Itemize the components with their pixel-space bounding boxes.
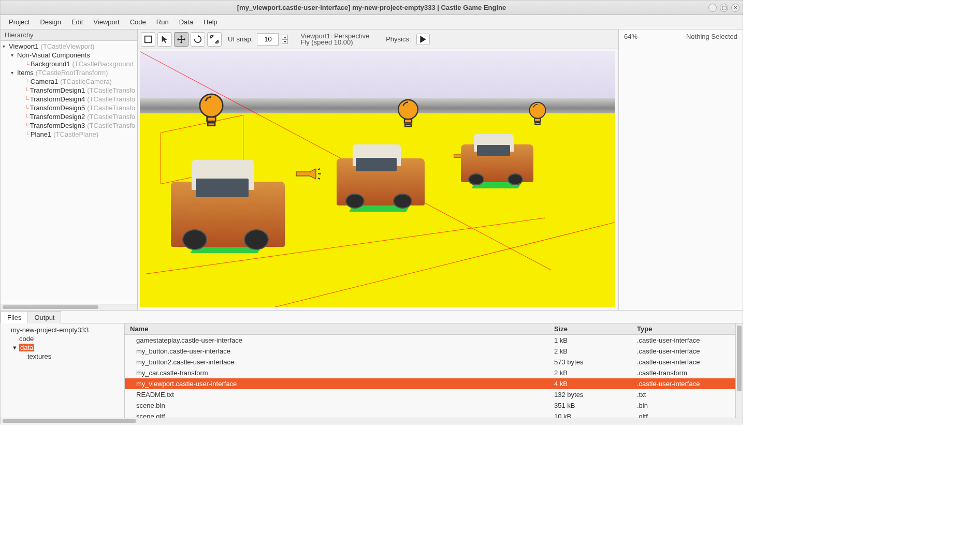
svg-rect-3 [208, 123, 215, 126]
titlebar: [my_viewport.castle-user-interface] my-n… [1, 1, 743, 15]
car-model [461, 134, 533, 188]
ui-snap-label: UI snap: [228, 35, 253, 43]
file-row[interactable]: gamestateplay.castle-user-interface1 kB.… [125, 335, 735, 346]
menu-design[interactable]: Design [35, 16, 66, 28]
svg-point-4 [398, 100, 418, 120]
svg-rect-0 [145, 36, 152, 42]
file-row[interactable]: scene.gltf10 kB.gltf [125, 411, 735, 418]
minimize-button[interactable]: – [708, 4, 717, 12]
hierarchy-item[interactable]: └Background1(TCastleBackground [1, 60, 137, 68]
col-size[interactable]: Size [549, 323, 632, 334]
hierarchy-title: Hierarchy [1, 30, 137, 41]
file-row[interactable]: my_car.castle-transform2 kB.castle-trans… [125, 367, 735, 378]
inspector-panel: 64% Nothing Selected [618, 30, 743, 310]
svg-rect-8 [534, 119, 541, 122]
svg-rect-9 [535, 123, 540, 125]
project-tree-item[interactable]: textures [3, 352, 122, 361]
selection-status: Nothing Selected [686, 33, 737, 40]
hierarchy-item[interactable]: └TransformDesign2(TCastleTransfo [1, 112, 137, 121]
file-list-header[interactable]: Name Size Type [125, 323, 735, 335]
col-name[interactable]: Name [125, 323, 549, 334]
viewport-info: Viewport1: Perspective Fly (speed 10.00) [300, 33, 369, 46]
physics-play-button[interactable] [416, 34, 430, 45]
light-bulb-icon [396, 98, 421, 130]
hierarchy-item[interactable]: ▾Viewport1(TCastleViewport) [1, 42, 137, 51]
hierarchy-item[interactable]: └TransformDesign1(TCastleTransfo [1, 86, 137, 95]
menu-run[interactable]: Run [151, 16, 174, 28]
hierarchy-panel: Hierarchy ▾Viewport1(TCastleViewport)▾No… [1, 30, 138, 310]
menu-data[interactable]: Data [174, 16, 198, 28]
tab-output[interactable]: Output [27, 311, 61, 323]
hierarchy-item[interactable]: └TransformDesign5(TCastleTransfo [1, 104, 137, 112]
file-row[interactable]: scene.bin351 kB.bin [125, 400, 735, 411]
hierarchy-hscroll[interactable] [1, 304, 137, 310]
hierarchy-item[interactable]: ▾Items(TCastleRootTransform) [1, 68, 137, 77]
file-row[interactable]: README.txt132 bytes.txt [125, 389, 735, 400]
menubar: Project Design Edit Viewport Code Run Da… [1, 15, 743, 30]
bottom-tabs: Files Output [1, 311, 743, 323]
app-window: [my_viewport.castle-user-interface] my-n… [0, 0, 743, 424]
svg-point-1 [200, 94, 223, 117]
viewport-toolbar: UI snap: ▲▼ Viewport1: Perspective Fly (… [138, 30, 618, 49]
window-title: [my_viewport.castle-user-interface] my-n… [237, 4, 506, 11]
ui-snap-input[interactable] [257, 33, 279, 46]
ui-snap-spinner[interactable]: ▲▼ [282, 35, 288, 44]
project-tree-item[interactable]: code [3, 334, 122, 343]
hierarchy-item[interactable]: ▾Non-Visual Components [1, 51, 137, 60]
menu-code[interactable]: Code [125, 16, 151, 28]
tool-move-button[interactable] [174, 32, 189, 47]
svg-rect-5 [404, 119, 412, 123]
hierarchy-item[interactable]: └Camera1(TCastleCamera) [1, 77, 137, 86]
hierarchy-item[interactable]: └TransformDesign3(TCastleTransfo [1, 121, 137, 130]
car-model [171, 160, 285, 253]
hierarchy-item[interactable]: └Plane1(TCastlePlane) [1, 130, 137, 139]
tool-rotate-button[interactable] [191, 32, 205, 47]
tool-rect-button[interactable] [141, 32, 155, 47]
viewport-3d[interactable] [140, 51, 615, 307]
file-row[interactable]: my_button2.castle-user-interface573 byte… [125, 357, 735, 367]
bottom-panel: Files Output my-new-project-empty333code… [1, 310, 743, 424]
zoom-percent: 64% [624, 33, 637, 40]
hierarchy-tree[interactable]: ▾Viewport1(TCastleViewport)▾Non-Visual C… [1, 41, 137, 304]
spinner-up-icon[interactable]: ▲ [282, 35, 288, 39]
tool-select-button[interactable] [157, 32, 172, 47]
menu-edit[interactable]: Edit [66, 16, 88, 28]
viewport-info-line2: Fly (speed 10.00) [300, 39, 369, 46]
svg-rect-2 [207, 117, 216, 121]
file-list-vscroll[interactable] [735, 323, 743, 418]
light-bulb-icon [527, 101, 547, 127]
hierarchy-item[interactable]: └TransformDesign4(TCastleTransfo [1, 95, 137, 104]
menu-project[interactable]: Project [4, 16, 35, 28]
car-model [337, 144, 425, 212]
file-row[interactable]: my_viewport.castle-user-interface4 kB.ca… [125, 378, 735, 389]
tool-scale-button[interactable] [207, 32, 222, 47]
project-tree-item[interactable]: ▾data [3, 343, 122, 352]
close-button[interactable]: ✕ [731, 4, 740, 12]
menu-help[interactable]: Help [198, 16, 223, 28]
project-tree[interactable]: my-new-project-empty333code▾datatextures [1, 323, 125, 418]
physics-label: Physics: [386, 35, 411, 43]
maximize-button[interactable]: ▢ [720, 4, 728, 12]
menu-viewport[interactable]: Viewport [88, 16, 124, 28]
light-bulb-icon [197, 93, 226, 130]
tab-files[interactable]: Files [1, 311, 28, 323]
file-row[interactable]: my_button.castle-user-interface2 kB.cast… [125, 346, 735, 357]
bottom-hscroll[interactable] [1, 418, 743, 424]
col-type[interactable]: Type [632, 323, 735, 334]
project-tree-item[interactable]: my-new-project-empty333 [3, 326, 122, 334]
file-list: Name Size Type gamestateplay.castle-user… [125, 323, 735, 418]
speaker-icon [295, 168, 321, 180]
spinner-down-icon[interactable]: ▼ [282, 39, 288, 44]
svg-point-7 [529, 102, 545, 119]
svg-rect-6 [405, 124, 411, 127]
file-list-body[interactable]: gamestateplay.castle-user-interface1 kB.… [125, 335, 735, 418]
